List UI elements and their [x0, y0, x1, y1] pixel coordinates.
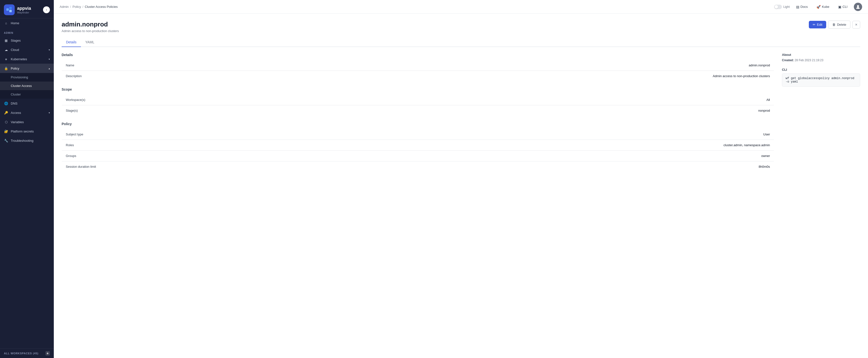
- kube-icon: 🚀: [816, 5, 820, 9]
- cli-command: wf get globalaccesspolicy admin.nonprod …: [782, 74, 860, 87]
- sidebar-collapse-button[interactable]: ‹: [43, 6, 50, 13]
- theme-toggle: Light: [774, 5, 790, 9]
- breadcrumb-policy[interactable]: Policy: [72, 5, 81, 8]
- sidebar-item-troubleshooting[interactable]: 🔧 Troubleshooting: [0, 136, 54, 145]
- sidebar-logo: appvia Wayfinder ‹: [0, 0, 54, 18]
- sidebar-item-stages[interactable]: ▦ Stages: [0, 36, 54, 45]
- docs-button[interactable]: ▤ Docs: [794, 4, 810, 10]
- close-button[interactable]: ×: [852, 21, 860, 29]
- dns-icon: 🌐: [4, 101, 8, 106]
- sidebar-kubernetes-label: Kubernetes: [11, 57, 27, 61]
- sidebar-troubleshooting-label: Troubleshooting: [11, 139, 33, 142]
- svg-rect-2: [9, 10, 12, 12]
- theme-toggle-thumb: [775, 5, 778, 8]
- scope-workspaces-value: All: [311, 94, 774, 105]
- topbar: Admin / Policy / Cluster Access Policies…: [54, 0, 868, 14]
- policy-section: Policy Subject type User Roles cluster.a…: [62, 122, 774, 172]
- cluster-label: Cluster: [11, 92, 21, 96]
- tabs: Details YAML: [62, 38, 860, 47]
- cli-section: CLI wf get globalaccesspolicy admin.nonp…: [782, 68, 860, 87]
- theme-label: Light: [783, 5, 790, 8]
- sidebar-variables-label: Variables: [11, 120, 24, 124]
- sidebar-policy-label: Policy: [11, 66, 19, 70]
- cli-title: CLI: [782, 68, 860, 72]
- details-section: Details Name admin.nonprod Description A…: [62, 53, 774, 82]
- sidebar-item-cluster-access[interactable]: Cluster Access: [0, 82, 54, 90]
- edit-button[interactable]: ✏ Edit: [809, 21, 826, 28]
- about-section: About Created: 28 Feb 2023 21:19:23: [782, 53, 860, 62]
- details-table: Name admin.nonprod Description Admin acc…: [62, 60, 774, 82]
- table-row: Stage(s) nonprod: [62, 105, 774, 116]
- about-created-value: 28 Feb 2023 21:19:23: [795, 58, 823, 62]
- breadcrumb-sep-1: /: [70, 5, 71, 8]
- cloud-chevron-icon: ▾: [49, 49, 50, 51]
- about-created-label: Created:: [782, 58, 794, 62]
- logo-wayfinder: Wayfinder: [17, 11, 31, 14]
- main-content: Admin / Policy / Cluster Access Policies…: [54, 0, 868, 358]
- about-created: Created: 28 Feb 2023 21:19:23: [782, 58, 860, 62]
- cli-button[interactable]: ▣ CLI: [836, 4, 850, 10]
- sidebar-cloud-label: Cloud: [11, 48, 19, 52]
- details-name-value: admin.nonprod: [311, 60, 774, 71]
- delete-button[interactable]: 🗑 Delete: [828, 21, 850, 29]
- all-workspaces-item[interactable]: ALL WORKSPACES (45) +: [0, 349, 54, 358]
- header-actions: ✏ Edit 🗑 Delete ×: [809, 21, 860, 29]
- scope-stages-label: Stage(s): [62, 105, 311, 116]
- table-row: Description Admin access to non-producti…: [62, 71, 774, 82]
- delete-icon: 🗑: [832, 23, 835, 26]
- all-workspaces-label: ALL WORKSPACES (45): [4, 352, 38, 355]
- breadcrumb-admin[interactable]: Admin: [60, 5, 69, 8]
- tab-details[interactable]: Details: [62, 38, 81, 47]
- details-desc-value: Admin access to non-production clusters: [311, 71, 774, 82]
- sidebar-admin-section: ADMIN: [0, 28, 54, 36]
- table-row: Subject type User: [62, 129, 774, 140]
- policy-roles-label: Roles: [62, 140, 311, 150]
- cluster-access-label: Cluster Access: [11, 84, 32, 88]
- sidebar-item-access[interactable]: 🔑 Access ▾: [0, 108, 54, 117]
- page-title-area: admin.nonprod Admin access to non-produc…: [62, 21, 119, 33]
- user-avatar[interactable]: [854, 3, 862, 11]
- access-chevron-icon: ▾: [49, 111, 50, 114]
- kubernetes-icon: ⎈: [4, 57, 8, 61]
- left-column: Details Name admin.nonprod Description A…: [62, 53, 774, 178]
- scope-section-title: Scope: [62, 87, 774, 91]
- platform-secrets-icon: 🔐: [4, 129, 8, 134]
- sidebar-item-platform-secrets[interactable]: 🔐 Platform secrets: [0, 127, 54, 136]
- scope-workspaces-label: Workspace(s): [62, 94, 311, 105]
- policy-table: Subject type User Roles cluster.admin, n…: [62, 129, 774, 172]
- page-content: admin.nonprod Admin access to non-produc…: [54, 14, 868, 358]
- breadcrumb: Admin / Policy / Cluster Access Policies: [60, 5, 770, 8]
- right-column: About Created: 28 Feb 2023 21:19:23 CLI …: [782, 53, 860, 92]
- svg-rect-0: [6, 8, 9, 11]
- policy-chevron-icon: ▴: [49, 67, 50, 70]
- add-workspace-button[interactable]: +: [45, 351, 50, 356]
- sidebar-item-variables[interactable]: ⬡ Variables: [0, 117, 54, 127]
- policy-groups-value: owner: [311, 150, 774, 161]
- theme-toggle-track[interactable]: [774, 5, 782, 9]
- breadcrumb-current: Cluster Access Policies: [85, 5, 118, 8]
- sidebar-item-policy[interactable]: 🔒 Policy ▴: [0, 64, 54, 73]
- sidebar-item-kubernetes[interactable]: ⎈ Kubernetes ▾: [0, 54, 54, 64]
- close-icon: ×: [855, 23, 857, 27]
- sidebar-item-dns[interactable]: 🌐 DNS: [0, 99, 54, 108]
- app-name: appvia Wayfinder: [17, 6, 31, 14]
- sidebar-item-cluster[interactable]: Cluster: [0, 90, 54, 99]
- table-row: Workspace(s) All: [62, 94, 774, 105]
- sidebar-item-home[interactable]: ⌂ Home: [0, 18, 54, 28]
- tab-yaml[interactable]: YAML: [81, 38, 99, 47]
- kube-button[interactable]: 🚀 Kube: [814, 4, 832, 10]
- table-row: Groups owner: [62, 150, 774, 161]
- policy-session-label: Session duration limit: [62, 161, 311, 172]
- policy-submenu: Provisioning Cluster Access Cluster: [0, 73, 54, 99]
- sidebar-item-provisioning[interactable]: Provisioning: [0, 73, 54, 82]
- sidebar-platform-secrets-label: Platform secrets: [11, 130, 34, 133]
- docs-icon: ▤: [796, 5, 799, 9]
- kubernetes-chevron-icon: ▾: [49, 58, 50, 60]
- sidebar-dns-label: DNS: [11, 102, 18, 105]
- app-logo-icon: [4, 4, 15, 15]
- provisioning-label: Provisioning: [11, 76, 28, 79]
- svg-rect-1: [9, 7, 12, 9]
- edit-icon: ✏: [813, 23, 815, 26]
- sidebar-item-cloud[interactable]: ☁ Cloud ▾: [0, 45, 54, 54]
- sidebar: appvia Wayfinder ‹ ⌂ Home ADMIN ▦ Stages…: [0, 0, 54, 358]
